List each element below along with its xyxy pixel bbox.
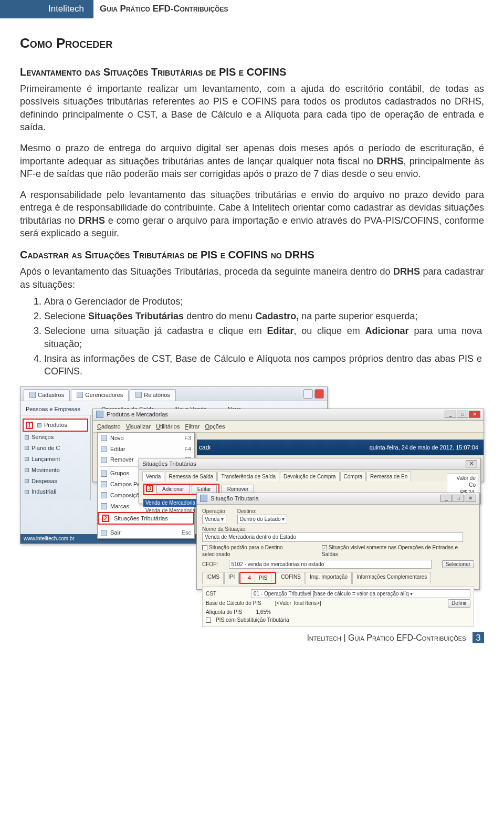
heading-levantamento: Levantamento das Situações Tributárias d…	[20, 65, 484, 79]
sidebar-plano[interactable]: Plano de C	[23, 443, 88, 454]
doc-header: Intelitech Guia Prático EFD-Contribuiçõe…	[0, 0, 504, 18]
cst-select[interactable]: 01 - Operação Tributável [base de cálcul…	[251, 589, 470, 599]
tab-icms[interactable]: ICMS	[202, 572, 224, 584]
sidebar-ind[interactable]: Industriali	[23, 486, 88, 497]
cfop-field[interactable]: 5102 - venda de mercadorias no estado	[229, 560, 432, 569]
callout-4-box: 4 PIS	[239, 572, 276, 584]
callout-2: 2	[102, 515, 109, 522]
bullet-icon	[37, 423, 41, 427]
chk-padrao[interactable]: Situação padrão para o Destino seleciona…	[202, 544, 311, 558]
callout-4: 4	[244, 574, 251, 581]
min-btn[interactable]: _	[440, 495, 452, 502]
produtos-titlebar: Produtos e Mercadorias _ □ ✕	[93, 409, 484, 421]
situacoes-tabs: Venda Remessa de Saída Transferência de …	[139, 470, 480, 482]
det-tabs: ICMS IPI 4 PIS COFINS Imp. Importação In…	[202, 572, 474, 584]
screenshot-composite: Cadastros Gerenciadores Relatórios Pesso…	[20, 386, 484, 591]
produtos-menu: Cadastro Visualizar Utilitários Filtrar …	[93, 421, 484, 433]
content: Como Proceder Levantamento das Situações…	[0, 34, 504, 623]
heading-cadastrar: Cadastrar as Situações Tributárias de PI…	[20, 248, 484, 262]
folder-icon	[29, 392, 36, 398]
para-3: A responsabilidade pelo levantamento das…	[20, 189, 484, 239]
step-3: Selecione uma situação já cadastra e cli…	[44, 325, 484, 350]
btn-definir[interactable]: Definir	[448, 599, 470, 608]
steps-list: Abra o Gerenciador de Produtos; Selecion…	[20, 295, 484, 378]
para-1: Primeiramente é importante realizar um l…	[20, 82, 484, 133]
sit-tab-remessa[interactable]: Remessa de Saída	[165, 472, 217, 482]
sidebar-lanc[interactable]: Lançament	[23, 454, 88, 465]
aliquota-value: 1,65%	[256, 609, 271, 616]
tab-cofins[interactable]: COFINS	[277, 572, 305, 584]
para-4: Após o levantamento das Situações Tribut…	[20, 265, 484, 291]
plus-icon	[101, 435, 107, 441]
close-btn[interactable]: ✕	[466, 460, 477, 467]
btn-adicionar[interactable]: Adicionar	[156, 485, 190, 494]
doc-title: Guia Prático EFD-Contribuições	[93, 0, 235, 18]
nome-input[interactable]: Venda de Mercadoria dentro do Estado	[202, 532, 463, 542]
max-btn[interactable]: □	[453, 495, 464, 502]
exit-icon	[101, 530, 107, 536]
edit-icon	[101, 446, 107, 452]
sit-tab-compra[interactable]: Compra	[340, 472, 366, 482]
ops-pessoas[interactable]: Pessoas e Empresas	[26, 405, 80, 413]
menu-opcoes[interactable]: Opções	[205, 423, 225, 431]
brand-box: Intelitech	[0, 0, 93, 18]
situacao-detail-window: Situação Tributaria _ □ ✕ Operação: Vend…	[196, 493, 480, 590]
tab-pis[interactable]: PIS	[255, 573, 271, 582]
menu-utilitarios[interactable]: Utilitários	[156, 423, 180, 431]
sidebar-produtos[interactable]: 1 Produtos	[23, 419, 88, 432]
tab-gerenciadores[interactable]: Gerenciadores	[71, 389, 129, 401]
tab-ipi[interactable]: IPI	[224, 572, 239, 584]
tab-relatorios[interactable]: Relatórios	[130, 389, 176, 401]
folder-icon	[77, 392, 83, 398]
operacao-select[interactable]: Venda	[202, 515, 226, 524]
min-btn[interactable]: _	[445, 411, 456, 418]
step-2: Selecione Situações Tributárias dentro d…	[44, 310, 484, 322]
menu-visualizar[interactable]: Visualizar	[126, 423, 151, 431]
minus-icon	[101, 457, 107, 463]
datetime-banner: quinta-feira, 24 de maio de 2012. 15:07:…	[211, 440, 484, 455]
box-icon	[200, 495, 207, 502]
tab-info[interactable]: Informações Complementares	[352, 572, 431, 584]
step-1: Abra o Gerenciador de Produtos;	[44, 295, 484, 308]
situacoes-titlebar: Situações Tributárias ✕	[139, 458, 480, 470]
dd-editar[interactable]: EditarF4	[98, 444, 194, 455]
window-btn[interactable]	[303, 389, 313, 399]
max-btn[interactable]: □	[457, 411, 468, 418]
menu-filtrar[interactable]: Filtrar	[185, 423, 200, 431]
sidebar-desp[interactable]: Despesas	[23, 476, 88, 487]
sidebar-servicos[interactable]: Serviços	[23, 432, 88, 443]
destino-select[interactable]: Dentro do Estado	[237, 515, 288, 524]
sit-tab-devol[interactable]: Devolução de Compra	[280, 472, 340, 482]
chk-visivel[interactable]: Situação visível somente nas Operações d…	[322, 544, 474, 558]
menu-cadastro[interactable]: Cadastro	[97, 423, 121, 431]
sit-tab-remessa-en[interactable]: Remessa de En	[366, 472, 411, 482]
chk-pis-st[interactable]	[206, 618, 211, 623]
sidebar-mov[interactable]: Movimento	[23, 465, 88, 476]
heading-como-proceder: Como Proceder	[20, 34, 484, 53]
tab-cadastros[interactable]: Cadastros	[24, 389, 70, 401]
step-4: Insira as informações de CST, Base de Cá…	[44, 352, 484, 378]
dd-novo[interactable]: NovoF3	[98, 433, 194, 444]
power-btn[interactable]	[314, 389, 324, 399]
base-value: [<Valor Total Itens>]	[275, 600, 321, 607]
callout-3: 3	[146, 485, 153, 492]
folder-icon	[135, 392, 142, 398]
sit-tab-venda[interactable]: Venda	[142, 472, 164, 482]
btn-selecionar[interactable]: Selecionar	[442, 560, 474, 569]
sit-tab-transf[interactable]: Transferência de Saída	[217, 472, 279, 482]
detail-titlebar: Situação Tributaria _ □ ✕	[197, 493, 479, 505]
dd-sair[interactable]: SairEsc	[98, 527, 194, 538]
sidebar: 1 Produtos Serviços Plano de C Lançament…	[20, 415, 91, 500]
tab-imp[interactable]: Imp. Importação	[306, 572, 352, 584]
close-btn[interactable]: ✕	[465, 495, 476, 502]
page-number: 3	[472, 632, 484, 644]
para-2: Mesmo o prazo de entrega do arquivo digi…	[20, 142, 484, 180]
box-icon	[96, 411, 103, 418]
close-btn[interactable]: ✕	[469, 411, 480, 418]
callout-1: 1	[26, 422, 33, 429]
